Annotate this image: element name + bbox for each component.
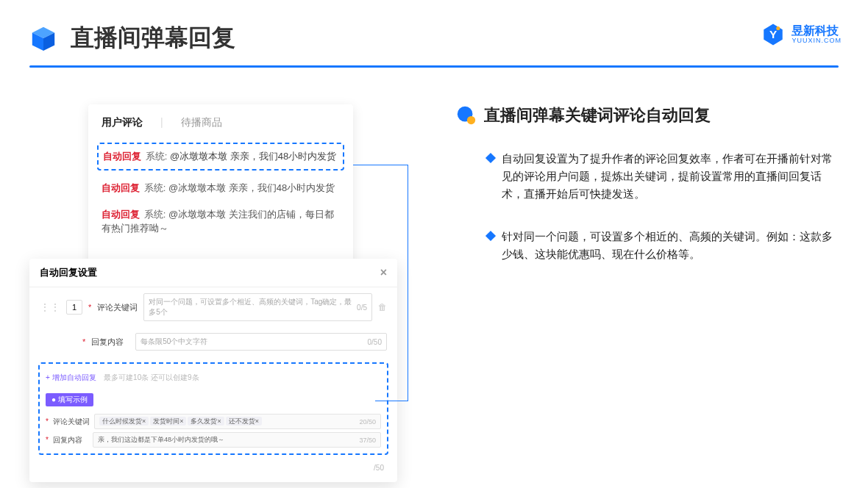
logo-en: YUUXIN.COM	[791, 37, 842, 45]
highlighted-comment: 自动回复 系统: @冰墩墩本墩 亲亲，我们48小时内发货	[97, 143, 344, 171]
add-hint: 最多可建10条 还可以创建9条	[104, 373, 199, 381]
bullet-item: 自动回复设置为了提升作者的评论回复效率，作者可在开播前针对常见的评论用户问题，提…	[456, 150, 839, 203]
chat-bubble-icon	[456, 105, 477, 126]
keyword-input[interactable]: 对同一个问题，可设置多个相近、高频的关键词，Tag确定，最多5个 0/5	[143, 293, 372, 321]
logo-cn: 昱新科技	[791, 24, 842, 37]
example-keyword-input: 什么时候发货×发货时间×多久发货×还不发货× 20/50	[94, 414, 381, 429]
svg-text:Y: Y	[769, 28, 777, 40]
comment-row: 自动回复 系统: @冰墩墩本墩 亲亲，我们48小时内发货	[88, 175, 353, 201]
bullet-item: 针对同一个问题，可设置多个相近的、高频的关键词。例如：这款多少钱、这块能优惠吗、…	[456, 228, 839, 263]
example-tag: 发货时间×	[150, 417, 186, 426]
tab-user-comments[interactable]: 用户评论	[102, 116, 143, 129]
svg-point-6	[467, 116, 475, 124]
connector-line	[353, 165, 408, 165]
page-title: 直播间弹幕回复	[71, 22, 235, 54]
cube-icon	[29, 24, 57, 52]
keyword-label: 评论关键词	[97, 302, 138, 313]
example-tag: 什么时候发货×	[99, 417, 149, 426]
diamond-icon	[485, 231, 496, 241]
close-icon[interactable]: ×	[380, 266, 387, 279]
example-content-input: 亲，我们这边都是下单48小时内发货的哦～ 37/50	[93, 432, 381, 448]
section-title: 直播间弹幕关键词评论自动回复	[484, 104, 711, 126]
tab-pending-goods[interactable]: 待播商品	[181, 116, 222, 129]
example-badge: ● 填写示例	[46, 393, 93, 406]
example-tag: 还不发货×	[226, 417, 262, 426]
svg-point-4	[777, 26, 780, 30]
delete-icon[interactable]: 🗑	[378, 302, 387, 312]
index-box: 1	[66, 300, 82, 315]
brand-logo: Y 昱新科技 YUUXIN.COM	[761, 22, 842, 47]
comment-row: 自动回复 系统: @冰墩墩本墩 关注我们的店铺，每日都有热门推荐呦～	[88, 201, 353, 242]
connector-line	[408, 165, 408, 401]
content-label: 回复内容	[91, 337, 129, 348]
auto-reply-settings-dialog: 自动回复设置 × ⋮⋮ 1 * 评论关键词 对同一个问题，可设置多个相近、高频的…	[29, 259, 397, 482]
diamond-icon	[485, 153, 496, 163]
add-auto-reply-link[interactable]: + 增加自动回复	[46, 373, 96, 383]
dialog-title: 自动回复设置	[40, 266, 97, 279]
drag-handle-icon[interactable]: ⋮⋮	[40, 301, 60, 313]
example-highlight-box: + 增加自动回复 最多可建10条 还可以创建9条 ● 填写示例 * 评论关键词 …	[38, 362, 388, 455]
example-tag: 多久发货×	[188, 417, 224, 426]
content-input[interactable]: 每条限50个中文字符 0/50	[135, 333, 387, 351]
